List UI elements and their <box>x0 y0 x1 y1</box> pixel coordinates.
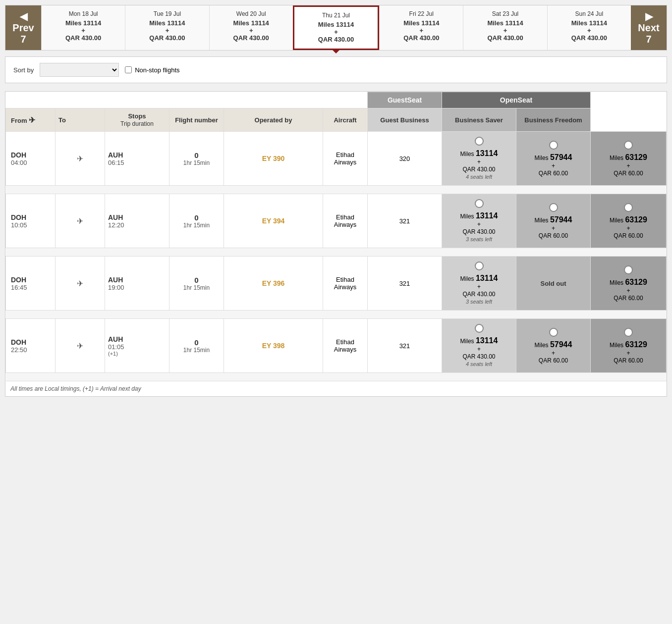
biz-saver-cell-1[interactable]: Miles 57944 + QAR 60.00 <box>516 194 591 248</box>
flights-table: GuestSeat OpenSeat From ✈ To Stops Trip … <box>5 92 667 381</box>
biz-saver-cell-3[interactable]: Miles 57944 + QAR 60.00 <box>516 319 591 373</box>
gb-seats: 3 seats left <box>466 299 492 305</box>
footer-note: All times are Local timings, (+1) = Arri… <box>5 381 667 396</box>
flight-row-3: DOH22:50✈AUH01:05(+1)01hr 15minEY 398Eti… <box>6 319 667 373</box>
gb-seats: 4 seats left <box>466 174 492 180</box>
to-cell-1: AUH12:20 <box>105 194 169 248</box>
prev-button[interactable]: ◀ Prev 7 <box>5 5 41 50</box>
date-qar: QAR 430.00 <box>551 34 628 42</box>
date-qar: QAR 430.00 <box>213 34 290 42</box>
duration: 1hr 15min <box>172 159 221 166</box>
gb-miles-label: Miles <box>460 151 476 157</box>
plane-icon: ✈ <box>77 155 83 163</box>
col-header-row: From ✈ To Stops Trip duration Flight num… <box>6 108 667 132</box>
stops-cell-3: 01hr 15min <box>169 319 224 373</box>
arrow-cell-1: ✈ <box>56 194 105 248</box>
radio-biz-saver[interactable] <box>549 328 558 337</box>
guest-biz-cell-0[interactable]: Miles 13114 + QAR 430.00 4 seats left <box>442 132 516 186</box>
sort-select[interactable] <box>40 63 119 77</box>
to-airport: AUH <box>108 213 166 221</box>
gb-miles-val: 13114 <box>476 149 498 157</box>
flight-num-cell-1: EY 394 <box>224 194 323 248</box>
col-header-flight: Flight number <box>169 108 224 132</box>
operated-cell-3: Etihad Airways <box>323 319 368 373</box>
biz-saver-cell-2[interactable]: Sold out <box>516 257 591 311</box>
from-cell-0: DOH04:00 <box>6 132 56 186</box>
to-airport: AUH <box>108 276 166 284</box>
col-header-operated: Operated by <box>224 108 323 132</box>
date-plus: + <box>383 27 460 34</box>
date-cell-0[interactable]: Mon 18 Jul Miles 13114 + QAR 430.00 <box>41 5 125 50</box>
biz-freedom-cell-0[interactable]: Miles 63129 + QAR 60.00 <box>591 132 667 186</box>
to-cell-0: AUH06:15 <box>105 132 169 186</box>
radio-guest-biz[interactable] <box>475 324 484 333</box>
guest-biz-cell-1[interactable]: Miles 13114 + QAR 430.00 3 seats left <box>442 194 516 248</box>
bs-miles-label: Miles <box>535 217 550 224</box>
date-cells: Mon 18 Jul Miles 13114 + QAR 430.00 Tue … <box>41 5 631 50</box>
flight-row-2: DOH16:45✈AUH19:0001hr 15minEY 396Etihad … <box>6 257 667 311</box>
date-label: Wed 20 Jul <box>213 10 290 17</box>
date-cell-5[interactable]: Sat 23 Jul Miles 13114 + QAR 430.00 <box>463 5 547 50</box>
radio-biz-freedom[interactable] <box>624 203 633 212</box>
operated-cell-2: Etihad Airways <box>323 257 368 311</box>
radio-biz-freedom[interactable] <box>624 265 633 274</box>
next-button[interactable]: ▶ Next 7 <box>631 5 667 50</box>
radio-guest-biz[interactable] <box>475 137 484 146</box>
date-qar: QAR 430.00 <box>383 34 460 42</box>
from-cell-1: DOH10:05 <box>6 194 56 248</box>
aircraft-cell-2: 321 <box>368 257 442 311</box>
date-cell-1[interactable]: Tue 19 Jul Miles 13114 + QAR 430.00 <box>125 5 209 50</box>
bs-miles-label: Miles <box>535 342 550 349</box>
biz-saver-sold-out: Sold out <box>541 280 566 287</box>
guest-biz-cell-2[interactable]: Miles 13114 + QAR 430.00 3 seats left <box>442 257 516 311</box>
date-cell-2[interactable]: Wed 20 Jul Miles 13114 + QAR 430.00 <box>209 5 293 50</box>
from-cell-3: DOH22:50 <box>6 319 56 373</box>
spacer-row-1 <box>6 248 667 257</box>
operated-cell-0: Etihad Airways <box>323 132 368 186</box>
radio-biz-freedom[interactable] <box>624 141 633 150</box>
bs-plus: + <box>552 350 555 357</box>
spacer-row-2 <box>6 311 667 319</box>
nonstop-checkbox[interactable] <box>125 66 132 73</box>
col-header-stops: Stops Trip duration <box>105 108 169 132</box>
radio-guest-biz[interactable] <box>475 261 484 270</box>
bf-qar: QAR 60.00 <box>614 295 643 302</box>
flight-num-cell-3: EY 398 <box>224 319 323 373</box>
guest-biz-cell-3[interactable]: Miles 13114 + QAR 430.00 4 seats left <box>442 319 516 373</box>
biz-saver-cell-0[interactable]: Miles 57944 + QAR 60.00 <box>516 132 591 186</box>
bs-plus: + <box>552 225 555 232</box>
radio-biz-saver[interactable] <box>549 141 558 150</box>
next-num: 7 <box>646 34 651 45</box>
biz-freedom-cell-2[interactable]: Miles 63129 + QAR 60.00 <box>591 257 667 311</box>
from-time: 16:45 <box>11 284 52 291</box>
prev-arrow-icon: ◀ <box>20 10 27 22</box>
gb-miles-val: 13114 <box>476 336 498 345</box>
openseat-header: OpenSeat <box>442 92 591 108</box>
radio-guest-biz[interactable] <box>475 199 484 208</box>
bf-miles-label: Miles <box>610 342 625 349</box>
radio-biz-saver[interactable] <box>549 203 558 212</box>
from-time: 04:00 <box>11 159 52 166</box>
biz-freedom-cell-1[interactable]: Miles 63129 + QAR 60.00 <box>591 194 667 248</box>
date-cell-3[interactable]: Thu 21 Jul Miles 13114 + QAR 430.00 <box>293 5 379 50</box>
date-qar: QAR 430.00 <box>466 34 544 42</box>
date-plus: + <box>45 27 122 34</box>
from-time: 22:50 <box>11 346 52 354</box>
gb-miles-label: Miles <box>460 338 476 345</box>
date-cell-6[interactable]: Sun 24 Jul Miles 13114 + QAR 430.00 <box>547 5 631 50</box>
date-qar: QAR 430.00 <box>297 36 375 43</box>
date-miles: Miles 13114 <box>551 19 628 27</box>
arrow-cell-2: ✈ <box>56 257 105 311</box>
radio-biz-freedom[interactable] <box>624 328 633 337</box>
date-navigation: ◀ Prev 7 Mon 18 Jul Miles 13114 + QAR 43… <box>5 5 667 51</box>
date-cell-4[interactable]: Fri 22 Jul Miles 13114 + QAR 430.00 <box>379 5 463 50</box>
biz-freedom-cell-3[interactable]: Miles 63129 + QAR 60.00 <box>591 319 667 373</box>
nonstop-label: Non-stop flights <box>135 66 179 74</box>
bf-miles-label: Miles <box>610 279 625 286</box>
bf-qar: QAR 60.00 <box>614 232 643 239</box>
to-time: 19:00 <box>108 284 166 291</box>
stops-num: 0 <box>172 338 221 347</box>
flight-number: EY 396 <box>262 279 285 287</box>
bf-plus: + <box>626 287 630 294</box>
date-label: Mon 18 Jul <box>45 10 122 17</box>
